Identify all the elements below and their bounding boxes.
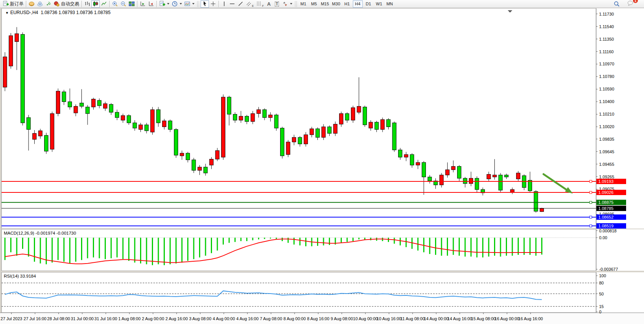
candle-body[interactable] xyxy=(528,180,532,191)
candle-body[interactable] xyxy=(3,57,7,87)
time-tick-label[interactable]: 27 Jul 2023 xyxy=(1,316,22,321)
candle-body[interactable] xyxy=(80,103,84,106)
candle-body[interactable] xyxy=(121,116,125,120)
candle-body[interactable] xyxy=(399,150,402,157)
time-tick-label[interactable]: 11 Aug 08:00 xyxy=(400,316,425,321)
candle-body[interactable] xyxy=(151,110,155,132)
candle-body[interactable] xyxy=(215,151,219,159)
time-tick-label[interactable]: 8 Aug 00:00 xyxy=(284,316,306,321)
candle-body[interactable] xyxy=(499,175,502,190)
candle-body[interactable] xyxy=(257,110,261,113)
templates-button[interactable] xyxy=(183,0,196,8)
candle-body[interactable] xyxy=(392,123,396,150)
candle-body[interactable] xyxy=(62,92,66,102)
candle-body[interactable] xyxy=(505,175,509,177)
candle-body[interactable] xyxy=(186,153,190,160)
candle-body[interactable] xyxy=(180,153,184,156)
timeframe-button-m1[interactable]: M1 xyxy=(298,0,308,8)
candle-body[interactable] xyxy=(333,124,337,133)
candle-body[interactable] xyxy=(109,104,113,112)
candle-body[interactable] xyxy=(15,34,19,42)
cursor-button[interactable] xyxy=(201,0,209,8)
candle-body[interactable] xyxy=(50,114,54,149)
time-tick-label[interactable]: 14 Aug 00:00 xyxy=(424,316,449,321)
time-tick-label[interactable]: 14 Aug 16:00 xyxy=(448,316,472,321)
candle-body[interactable] xyxy=(475,178,479,190)
candle-body[interactable] xyxy=(416,162,420,165)
candle-body[interactable] xyxy=(68,102,72,107)
time-tick-label[interactable]: 2 Aug 00:00 xyxy=(142,316,164,321)
candle-body[interactable] xyxy=(410,154,414,165)
time-tick-label[interactable]: 28 Jul 08:00 xyxy=(47,316,70,321)
candle-body[interactable] xyxy=(387,119,391,127)
candle-body[interactable] xyxy=(381,119,384,129)
community-button[interactable] xyxy=(36,0,44,8)
candle-body[interactable] xyxy=(204,167,207,173)
text-label-button[interactable]: T xyxy=(273,0,281,8)
candle-body[interactable] xyxy=(292,137,296,142)
candle-body[interactable] xyxy=(422,162,426,177)
candle-body[interactable] xyxy=(163,121,166,127)
candle-body[interactable] xyxy=(322,127,325,137)
metaeditor-button[interactable] xyxy=(27,0,36,8)
timeframe-button-w1[interactable]: W1 xyxy=(374,0,384,8)
arrows-button[interactable] xyxy=(281,0,293,8)
search-button[interactable] xyxy=(612,0,621,8)
time-tick-label[interactable]: 1 Aug 08:00 xyxy=(118,316,141,321)
candle-body[interactable] xyxy=(92,99,96,107)
candle-body[interactable] xyxy=(487,174,491,179)
candle-body[interactable] xyxy=(274,115,278,128)
trendline-button[interactable] xyxy=(236,0,245,8)
toolbar-drag-handle[interactable] xyxy=(197,1,199,7)
time-tick-label[interactable]: 15 Aug 08:00 xyxy=(471,316,496,321)
candle-body[interactable] xyxy=(86,107,89,113)
candle-body[interactable] xyxy=(263,110,266,118)
candle-body[interactable] xyxy=(104,104,107,108)
candle-body[interactable] xyxy=(222,97,225,157)
toolbar-drag-handle[interactable] xyxy=(295,1,297,7)
time-tick-label[interactable]: 3 Aug 08:00 xyxy=(189,316,212,321)
panel-splitter[interactable] xyxy=(0,229,644,229)
symbol-dropdown-icon[interactable]: ▼ xyxy=(5,11,9,15)
horizontal-line-button[interactable] xyxy=(228,0,236,8)
hline-handle[interactable] xyxy=(590,225,592,227)
candle-body[interactable] xyxy=(145,125,148,131)
notification-badge[interactable]: 1 xyxy=(633,0,638,3)
hline-handle[interactable] xyxy=(590,191,592,194)
candle-body[interactable] xyxy=(38,131,42,136)
indicators-button[interactable] xyxy=(158,0,171,8)
new-order-button[interactable]: 新订单 xyxy=(2,0,25,8)
candle-body[interactable] xyxy=(369,122,373,128)
candle-body[interactable] xyxy=(351,108,355,120)
candle-body[interactable] xyxy=(9,36,13,66)
periods-button[interactable] xyxy=(171,0,183,8)
candle-body[interactable] xyxy=(404,154,408,157)
candle-body[interactable] xyxy=(239,116,243,120)
timeframe-button-m5[interactable]: M5 xyxy=(309,0,319,8)
candle-body[interactable] xyxy=(56,91,60,114)
candle-body[interactable] xyxy=(457,167,461,178)
time-tick-label[interactable]: 27 Jul 16:00 xyxy=(24,316,46,321)
line-chart-button[interactable] xyxy=(100,0,108,8)
tile-windows-button[interactable] xyxy=(128,0,136,8)
candle-body[interactable] xyxy=(463,178,467,184)
time-tick-label[interactable]: 4 Aug 16:00 xyxy=(236,316,259,321)
candle-body[interactable] xyxy=(540,208,544,212)
candle-body[interactable] xyxy=(428,177,432,181)
chart-shift-button[interactable] xyxy=(147,0,155,8)
timeframe-button-m15[interactable]: M15 xyxy=(320,0,330,8)
timeframe-button-m30[interactable]: M30 xyxy=(331,0,341,8)
candle-body[interactable] xyxy=(493,175,497,177)
candle-body[interactable] xyxy=(345,114,349,120)
time-tick-label[interactable]: 31 Jul 16:00 xyxy=(94,316,117,321)
main-chart-panel[interactable] xyxy=(2,8,596,229)
time-tick-label[interactable]: 4 Aug 00:00 xyxy=(213,316,235,321)
time-tick-label[interactable]: 16 Aug 16:00 xyxy=(518,316,543,321)
candle-body[interactable] xyxy=(174,129,178,155)
panel-splitter[interactable] xyxy=(0,271,644,272)
candle-body[interactable] xyxy=(357,106,361,113)
hline-handle[interactable] xyxy=(590,201,592,203)
candle-body[interactable] xyxy=(156,110,160,123)
chart-canvas[interactable]: 1.117301.115401.113501.111601.109701.107… xyxy=(0,8,644,324)
candle-body[interactable] xyxy=(440,175,443,185)
